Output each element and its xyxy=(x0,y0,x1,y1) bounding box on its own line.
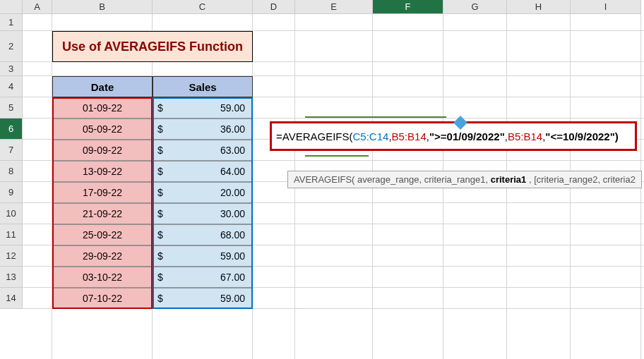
cell-sales-value: 30.00 xyxy=(220,208,245,219)
cell-date[interactable]: 01-09-22 xyxy=(52,97,153,118)
cell-currency[interactable]: $ xyxy=(153,267,178,288)
row-header-9[interactable]: 9 xyxy=(0,182,23,203)
row-header-3[interactable]: 3 xyxy=(0,62,23,76)
row-header-8[interactable]: 8 xyxy=(0,161,23,182)
cell-date[interactable]: 13-09-22 xyxy=(52,161,153,182)
cell-date[interactable]: 17-09-22 xyxy=(52,182,153,203)
hint-rest: , [criteria_range2, criteria2 xyxy=(529,174,636,185)
col-header-F[interactable]: F xyxy=(373,0,443,14)
cell-currency[interactable]: $ xyxy=(153,140,178,161)
currency-symbol: $ xyxy=(157,102,163,114)
formula-crit-range2: B5:B14 xyxy=(508,130,542,142)
row-header-13[interactable]: 13 xyxy=(0,267,23,288)
col-header-B[interactable]: B xyxy=(52,0,153,14)
cell-sales-value: 64.00 xyxy=(220,166,245,177)
cell-date[interactable]: 07-10-22 xyxy=(52,288,153,309)
cell-date-value: 17-09-22 xyxy=(83,187,122,198)
cell-sales-value: 20.00 xyxy=(220,187,245,198)
row-header-11[interactable]: 11 xyxy=(0,224,23,245)
currency-symbol: $ xyxy=(157,166,163,177)
currency-symbol: $ xyxy=(157,123,163,135)
cell-currency[interactable]: $ xyxy=(153,288,178,309)
cell-currency[interactable]: $ xyxy=(153,97,178,118)
formula-crit-range1: B5:B14 xyxy=(392,130,427,142)
currency-symbol: $ xyxy=(157,250,163,262)
cell-date-value: 25-09-22 xyxy=(83,229,122,241)
currency-symbol: $ xyxy=(157,208,163,219)
cell-sales[interactable]: 59.00 xyxy=(178,245,253,267)
formula-crit2: "<=10/9/2022" xyxy=(545,130,614,142)
cell-date[interactable]: 29-09-22 xyxy=(52,245,153,267)
cell-currency[interactable]: $ xyxy=(153,182,178,203)
cell-sales[interactable]: 30.00 xyxy=(178,203,253,224)
col-header-I[interactable]: I xyxy=(571,0,641,14)
currency-symbol: $ xyxy=(157,229,163,241)
cell-sales[interactable]: 63.00 xyxy=(178,140,253,161)
cell-sales[interactable]: 67.00 xyxy=(178,267,253,288)
header-sales-label: Sales xyxy=(189,81,216,93)
title-cell[interactable]: Use of AVERAGEIFS Function xyxy=(52,31,253,62)
col-header-C[interactable]: C xyxy=(153,0,253,14)
cell-sales[interactable]: 64.00 xyxy=(178,161,253,182)
cell-sales[interactable]: 68.00 xyxy=(178,224,253,245)
header-date[interactable]: Date xyxy=(52,76,153,97)
cell-date[interactable]: 03-10-22 xyxy=(52,267,153,288)
cell-date-value: 01-09-22 xyxy=(83,102,122,114)
row-header-1[interactable]: 1 xyxy=(0,14,23,31)
formula-syntax-hint[interactable]: AVERAGEIFS( average_range, criteria_rang… xyxy=(287,171,642,188)
row-header-5[interactable]: 5 xyxy=(0,97,23,118)
marker-line xyxy=(305,155,369,157)
row-header-2[interactable]: 2 xyxy=(0,31,23,62)
cell-currency[interactable]: $ xyxy=(153,118,178,140)
cell-currency[interactable]: $ xyxy=(153,245,178,267)
column-headers: A B C D E F G H I xyxy=(0,0,641,14)
col-header-D[interactable]: D xyxy=(253,0,295,14)
formula-editor[interactable]: = AVERAGEIFS( C5:C14 , B5:B14 , ">=01/09… xyxy=(270,121,637,151)
spreadsheet: A B C D E F G H I 1 2 3 4 5 6 7 8 9 10 1… xyxy=(0,0,644,359)
cell-date-value: 13-09-22 xyxy=(83,166,122,177)
currency-symbol: $ xyxy=(157,272,163,283)
col-header-E[interactable]: E xyxy=(295,0,373,14)
cell-date[interactable]: 05-09-22 xyxy=(52,118,153,140)
grid[interactable]: Use of AVERAGEIFS Function Date Sales 01… xyxy=(23,14,644,359)
cell-sales-value: 63.00 xyxy=(220,145,245,156)
cell-currency[interactable]: $ xyxy=(153,203,178,224)
formula-close: ) xyxy=(615,130,619,142)
cell-date[interactable]: 09-09-22 xyxy=(52,140,153,161)
currency-symbol: $ xyxy=(157,293,163,304)
formula-avg-range: C5:C14 xyxy=(353,130,389,142)
cell-sales-value: 59.00 xyxy=(220,250,245,262)
cell-date-value: 21-09-22 xyxy=(83,208,122,219)
currency-symbol: $ xyxy=(157,187,163,198)
row-header-10[interactable]: 10 xyxy=(0,203,23,224)
header-date-label: Date xyxy=(91,81,114,93)
row-header-7[interactable]: 7 xyxy=(0,140,23,161)
marker-line xyxy=(305,116,446,118)
formula-eq: = xyxy=(276,130,282,142)
cell-date[interactable]: 25-09-22 xyxy=(52,224,153,245)
cell-sales[interactable]: 59.00 xyxy=(178,97,253,118)
cell-sales[interactable]: 20.00 xyxy=(178,182,253,203)
cell-sales-value: 59.00 xyxy=(220,293,245,304)
header-sales[interactable]: Sales xyxy=(153,76,253,97)
cell-sales[interactable]: 59.00 xyxy=(178,288,253,309)
select-all-corner[interactable] xyxy=(0,0,23,14)
cell-date[interactable]: 21-09-22 xyxy=(52,203,153,224)
row-header-4[interactable]: 4 xyxy=(0,76,23,97)
col-header-H[interactable]: H xyxy=(507,0,571,14)
cell-currency[interactable]: $ xyxy=(153,224,178,245)
row-header-12[interactable]: 12 xyxy=(0,245,23,267)
cell-currency[interactable]: $ xyxy=(153,161,178,182)
hint-current-param: criteria1 xyxy=(491,174,527,185)
cell-date-value: 03-10-22 xyxy=(83,272,122,283)
hint-p2: criteria_range1, xyxy=(424,174,491,185)
cell-date-value: 05-09-22 xyxy=(83,123,122,135)
cell-sales-value: 68.00 xyxy=(220,229,245,241)
col-header-A[interactable]: A xyxy=(23,0,52,14)
cell-sales-value: 36.00 xyxy=(220,123,245,135)
row-header-14[interactable]: 14 xyxy=(0,288,23,309)
row-header-6[interactable]: 6 xyxy=(0,118,23,140)
cell-date-value: 29-09-22 xyxy=(83,250,122,262)
cell-sales[interactable]: 36.00 xyxy=(178,118,253,140)
col-header-G[interactable]: G xyxy=(443,0,507,14)
